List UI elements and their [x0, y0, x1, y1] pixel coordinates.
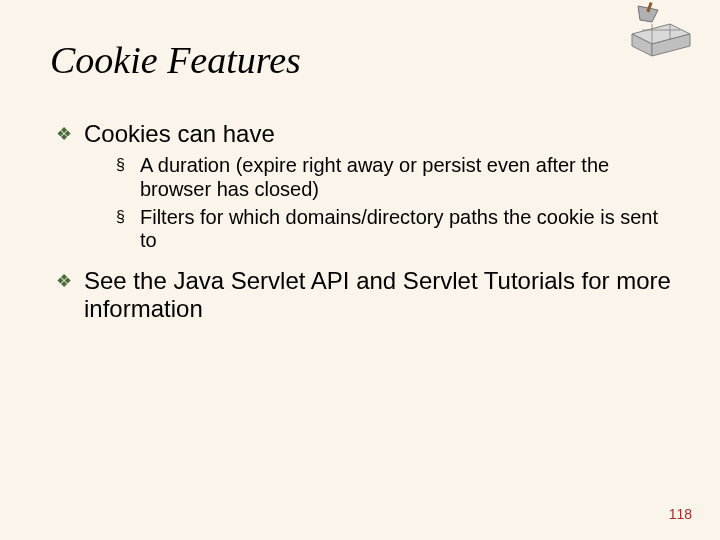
- list-item: § A duration (expire right away or persi…: [116, 154, 680, 201]
- list-item-label: Cookies can have: [84, 120, 680, 148]
- section-bullet-icon: §: [116, 206, 140, 253]
- slide-body: ❖ Cookies can have § A duration (expire …: [56, 120, 680, 329]
- brick-trowel-icon: [618, 0, 698, 58]
- list-item: ❖ See the Java Servlet API and Servlet T…: [56, 267, 680, 324]
- slide: Cookie Features ❖ Cookies can have § A d…: [0, 0, 720, 540]
- list-item-label: See the Java Servlet API and Servlet Tut…: [84, 267, 680, 324]
- section-bullet-icon: §: [116, 154, 140, 201]
- slide-title: Cookie Features: [50, 38, 301, 82]
- page-number: 118: [669, 506, 692, 522]
- diamond-bullet-icon: ❖: [56, 267, 84, 324]
- sub-list: § A duration (expire right away or persi…: [116, 154, 680, 252]
- list-item: ❖ Cookies can have: [56, 120, 680, 148]
- list-item-label: A duration (expire right away or persist…: [140, 154, 660, 201]
- diamond-bullet-icon: ❖: [56, 120, 84, 148]
- list-item-label: Filters for which domains/directory path…: [140, 206, 660, 253]
- list-item: § Filters for which domains/directory pa…: [116, 206, 680, 253]
